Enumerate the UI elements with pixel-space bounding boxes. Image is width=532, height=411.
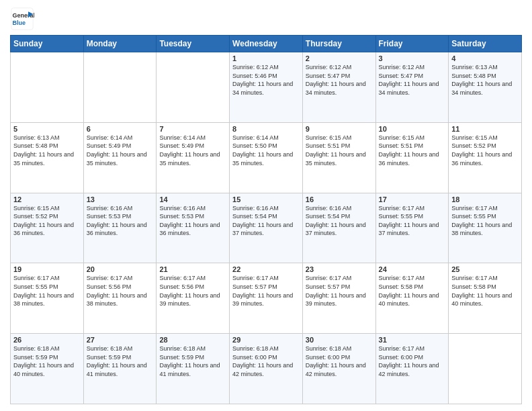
calendar-cell: 13Sunrise: 6:16 AM Sunset: 5:53 PM Dayli… <box>83 193 157 263</box>
calendar-week-row: 5Sunrise: 6:13 AM Sunset: 5:48 PM Daylig… <box>11 122 522 193</box>
day-number: 4 <box>451 54 519 62</box>
header-monday: Monday <box>83 36 157 52</box>
calendar-cell: 22Sunrise: 6:17 AM Sunset: 5:57 PM Dayli… <box>230 263 303 334</box>
calendar-cell: 16Sunrise: 6:16 AM Sunset: 5:54 PM Dayli… <box>302 193 375 263</box>
day-number: 11 <box>451 125 519 133</box>
header-saturday: Saturday <box>449 36 522 52</box>
day-number: 18 <box>451 195 519 203</box>
day-number: 20 <box>87 265 154 273</box>
day-number: 19 <box>13 265 81 273</box>
cell-daylight-info: Sunrise: 6:18 AM Sunset: 6:00 PM Dayligh… <box>232 345 300 378</box>
day-number: 2 <box>306 54 373 62</box>
calendar-cell: 17Sunrise: 6:17 AM Sunset: 5:55 PM Dayli… <box>375 193 449 263</box>
day-number: 24 <box>379 265 446 273</box>
cell-daylight-info: Sunrise: 6:17 AM Sunset: 5:58 PM Dayligh… <box>451 274 519 308</box>
cell-daylight-info: Sunrise: 6:14 AM Sunset: 5:49 PM Dayligh… <box>87 134 154 167</box>
calendar-cell <box>157 52 230 123</box>
cell-daylight-info: Sunrise: 6:18 AM Sunset: 6:00 PM Dayligh… <box>306 345 373 378</box>
calendar-cell: 7Sunrise: 6:14 AM Sunset: 5:49 PM Daylig… <box>157 122 230 193</box>
calendar-cell: 23Sunrise: 6:17 AM Sunset: 5:57 PM Dayli… <box>302 263 375 334</box>
calendar-cell: 15Sunrise: 6:16 AM Sunset: 5:54 PM Dayli… <box>230 193 303 263</box>
calendar-cell: 3Sunrise: 6:12 AM Sunset: 5:47 PM Daylig… <box>375 52 449 123</box>
cell-daylight-info: Sunrise: 6:16 AM Sunset: 5:53 PM Dayligh… <box>159 204 226 238</box>
cell-daylight-info: Sunrise: 6:17 AM Sunset: 5:56 PM Dayligh… <box>87 274 154 308</box>
cell-daylight-info: Sunrise: 6:14 AM Sunset: 5:50 PM Dayligh… <box>232 134 300 167</box>
calendar-cell: 28Sunrise: 6:18 AM Sunset: 5:59 PM Dayli… <box>157 334 230 404</box>
logo: General Blue <box>10 7 37 31</box>
generalblue-logo-icon: General Blue <box>10 7 34 31</box>
calendar-table: SundayMondayTuesdayWednesdayThursdayFrid… <box>10 35 522 404</box>
calendar-cell: 30Sunrise: 6:18 AM Sunset: 6:00 PM Dayli… <box>302 334 375 404</box>
calendar-week-row: 26Sunrise: 6:18 AM Sunset: 5:59 PM Dayli… <box>11 334 522 404</box>
cell-daylight-info: Sunrise: 6:18 AM Sunset: 5:59 PM Dayligh… <box>13 345 81 378</box>
cell-daylight-info: Sunrise: 6:16 AM Sunset: 5:54 PM Dayligh… <box>306 204 373 238</box>
calendar-cell: 18Sunrise: 6:17 AM Sunset: 5:55 PM Dayli… <box>449 193 522 263</box>
calendar-cell: 1Sunrise: 6:12 AM Sunset: 5:46 PM Daylig… <box>230 52 303 123</box>
calendar-cell: 9Sunrise: 6:15 AM Sunset: 5:51 PM Daylig… <box>302 122 375 193</box>
calendar-cell: 11Sunrise: 6:15 AM Sunset: 5:52 PM Dayli… <box>449 122 522 193</box>
calendar-week-row: 12Sunrise: 6:15 AM Sunset: 5:52 PM Dayli… <box>11 193 522 263</box>
cell-daylight-info: Sunrise: 6:15 AM Sunset: 5:52 PM Dayligh… <box>451 134 519 167</box>
calendar-week-row: 19Sunrise: 6:17 AM Sunset: 5:55 PM Dayli… <box>11 263 522 334</box>
calendar-cell: 31Sunrise: 6:17 AM Sunset: 6:00 PM Dayli… <box>375 334 449 404</box>
day-number: 26 <box>13 336 81 344</box>
cell-daylight-info: Sunrise: 6:13 AM Sunset: 5:48 PM Dayligh… <box>451 63 519 97</box>
day-number: 23 <box>306 265 373 273</box>
cell-daylight-info: Sunrise: 6:18 AM Sunset: 5:59 PM Dayligh… <box>159 345 226 378</box>
cell-daylight-info: Sunrise: 6:15 AM Sunset: 5:51 PM Dayligh… <box>379 134 446 167</box>
calendar-cell: 12Sunrise: 6:15 AM Sunset: 5:52 PM Dayli… <box>11 193 84 263</box>
calendar-cell: 25Sunrise: 6:17 AM Sunset: 5:58 PM Dayli… <box>449 263 522 334</box>
day-number: 7 <box>159 125 226 133</box>
day-number: 16 <box>306 195 373 203</box>
calendar-cell: 19Sunrise: 6:17 AM Sunset: 5:55 PM Dayli… <box>11 263 84 334</box>
day-number: 5 <box>13 125 81 133</box>
header-wednesday: Wednesday <box>230 36 303 52</box>
cell-daylight-info: Sunrise: 6:14 AM Sunset: 5:49 PM Dayligh… <box>159 134 226 167</box>
cell-daylight-info: Sunrise: 6:17 AM Sunset: 5:58 PM Dayligh… <box>379 274 446 308</box>
day-number: 30 <box>306 336 373 344</box>
day-number: 13 <box>87 195 154 203</box>
day-number: 21 <box>159 265 226 273</box>
calendar-cell: 20Sunrise: 6:17 AM Sunset: 5:56 PM Dayli… <box>83 263 157 334</box>
cell-daylight-info: Sunrise: 6:17 AM Sunset: 5:55 PM Dayligh… <box>451 204 519 238</box>
calendar-cell: 21Sunrise: 6:17 AM Sunset: 5:56 PM Dayli… <box>157 263 230 334</box>
header-tuesday: Tuesday <box>157 36 230 52</box>
day-number: 9 <box>306 125 373 133</box>
cell-daylight-info: Sunrise: 6:17 AM Sunset: 5:57 PM Dayligh… <box>306 274 373 308</box>
calendar-cell: 4Sunrise: 6:13 AM Sunset: 5:48 PM Daylig… <box>449 52 522 123</box>
calendar-cell: 29Sunrise: 6:18 AM Sunset: 6:00 PM Dayli… <box>230 334 303 404</box>
calendar-cell <box>449 334 522 404</box>
cell-daylight-info: Sunrise: 6:16 AM Sunset: 5:53 PM Dayligh… <box>87 204 154 238</box>
calendar-cell: 14Sunrise: 6:16 AM Sunset: 5:53 PM Dayli… <box>157 193 230 263</box>
calendar-week-row: 1Sunrise: 6:12 AM Sunset: 5:46 PM Daylig… <box>11 52 522 123</box>
cell-daylight-info: Sunrise: 6:17 AM Sunset: 5:57 PM Dayligh… <box>232 274 300 308</box>
calendar-cell: 27Sunrise: 6:18 AM Sunset: 5:59 PM Dayli… <box>83 334 157 404</box>
day-number: 25 <box>451 265 519 273</box>
day-number: 12 <box>13 195 81 203</box>
day-number: 15 <box>232 195 300 203</box>
header: General Blue <box>10 7 522 31</box>
day-number: 1 <box>232 54 300 62</box>
day-number: 6 <box>87 125 154 133</box>
cell-daylight-info: Sunrise: 6:15 AM Sunset: 5:52 PM Dayligh… <box>13 204 81 238</box>
cell-daylight-info: Sunrise: 6:17 AM Sunset: 5:55 PM Dayligh… <box>379 204 446 238</box>
day-number: 27 <box>87 336 154 344</box>
cell-daylight-info: Sunrise: 6:12 AM Sunset: 5:46 PM Dayligh… <box>232 63 300 97</box>
cell-daylight-info: Sunrise: 6:16 AM Sunset: 5:54 PM Dayligh… <box>232 204 300 238</box>
calendar-cell: 10Sunrise: 6:15 AM Sunset: 5:51 PM Dayli… <box>375 122 449 193</box>
day-number: 10 <box>379 125 446 133</box>
day-number: 28 <box>159 336 226 344</box>
day-number: 29 <box>232 336 300 344</box>
cell-daylight-info: Sunrise: 6:18 AM Sunset: 5:59 PM Dayligh… <box>87 345 154 378</box>
calendar-cell: 2Sunrise: 6:12 AM Sunset: 5:47 PM Daylig… <box>302 52 375 123</box>
cell-daylight-info: Sunrise: 6:17 AM Sunset: 5:55 PM Dayligh… <box>13 274 81 308</box>
calendar-cell <box>11 52 84 123</box>
cell-daylight-info: Sunrise: 6:17 AM Sunset: 5:56 PM Dayligh… <box>159 274 226 308</box>
calendar-cell <box>83 52 157 123</box>
calendar-cell: 5Sunrise: 6:13 AM Sunset: 5:48 PM Daylig… <box>11 122 84 193</box>
calendar-cell: 24Sunrise: 6:17 AM Sunset: 5:58 PM Dayli… <box>375 263 449 334</box>
day-number: 17 <box>379 195 446 203</box>
cell-daylight-info: Sunrise: 6:13 AM Sunset: 5:48 PM Dayligh… <box>13 134 81 167</box>
day-number: 22 <box>232 265 300 273</box>
day-number: 14 <box>159 195 226 203</box>
